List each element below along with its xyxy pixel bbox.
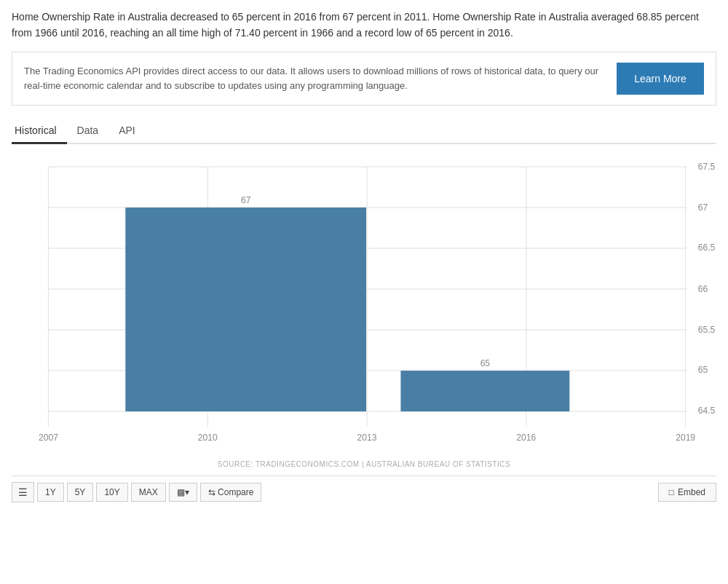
svg-text:65.5: 65.5 xyxy=(698,324,716,334)
api-banner-text: The Trading Economics API provides direc… xyxy=(24,64,599,92)
svg-text:67: 67 xyxy=(698,202,708,212)
svg-text:2016: 2016 xyxy=(516,432,536,442)
svg-text:2019: 2019 xyxy=(676,432,695,442)
svg-text:65: 65 xyxy=(480,358,491,368)
embed-icon: □ xyxy=(669,487,674,497)
1y-button[interactable]: 1Y xyxy=(37,483,64,502)
compare-button[interactable]: ⇆ Compare xyxy=(200,483,262,502)
svg-text:67.5: 67.5 xyxy=(698,162,716,172)
learn-more-button[interactable]: Learn More xyxy=(617,63,704,95)
svg-text:64.5: 64.5 xyxy=(698,406,716,416)
tabs: Historical Data API xyxy=(12,119,716,144)
max-button[interactable]: MAX xyxy=(131,483,166,502)
toolbar: ☰ 1Y 5Y 10Y MAX ▩▾ ⇆ Compare □ Embed xyxy=(12,476,716,508)
embed-label: Embed xyxy=(678,487,705,497)
chart-type-button[interactable]: ▩▾ xyxy=(169,483,197,502)
menu-icon-button[interactable]: ☰ xyxy=(12,482,34,502)
tab-data[interactable]: Data xyxy=(74,119,109,144)
chart-source: SOURCE: TRADINGECONOMICS.COM | AUSTRALIA… xyxy=(12,460,716,468)
svg-text:2013: 2013 xyxy=(357,432,377,442)
svg-text:66.5: 66.5 xyxy=(698,242,716,253)
embed-button[interactable]: □ Embed xyxy=(658,483,716,502)
tab-api[interactable]: API xyxy=(116,119,146,144)
5y-button[interactable]: 5Y xyxy=(67,483,94,502)
svg-text:65: 65 xyxy=(698,365,708,375)
10y-button[interactable]: 10Y xyxy=(96,483,127,502)
svg-text:67: 67 xyxy=(241,195,251,205)
page-description: Home Ownership Rate in Australia decreas… xyxy=(12,9,716,42)
api-banner: The Trading Economics API provides direc… xyxy=(12,52,716,106)
svg-text:2007: 2007 xyxy=(39,432,58,442)
svg-text:66: 66 xyxy=(698,284,708,294)
tab-historical[interactable]: Historical xyxy=(12,119,67,144)
bar-2016 xyxy=(400,371,569,411)
bar-chart: 67.5 67 66.5 66 65.5 65 64.5 2007 2010 2… xyxy=(12,151,716,457)
svg-text:2010: 2010 xyxy=(198,432,218,442)
chart-container: 67.5 67 66.5 66 65.5 65 64.5 2007 2010 2… xyxy=(12,151,716,457)
bar-2011 xyxy=(125,208,366,411)
